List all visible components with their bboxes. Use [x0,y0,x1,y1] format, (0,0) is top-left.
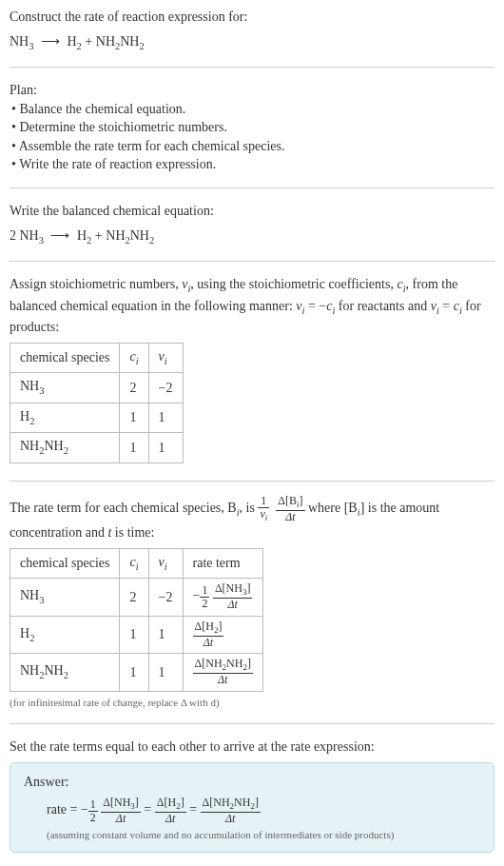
table-row: NH3 2 −2 [10,373,184,403]
plan-bullet-1: • Balance the chemical equation. [11,100,494,119]
cell-nui: 1 [148,403,183,432]
cell-rateterm: −12 Δ[NH3]Δt [183,579,262,616]
answer-label: Answer: [24,773,480,792]
answer-note: (assuming constant volume and no accumul… [47,828,480,842]
cell-rateterm: Δ[H2]Δt [183,616,262,653]
cell-nui: −2 [148,579,183,616]
cell-nui: 1 [148,433,183,463]
plan-section: Plan: • Balance the chemical equation. •… [10,81,494,188]
cell-ci: 1 [120,433,148,463]
rateterm-text: The rate term for each chemical species,… [10,495,494,542]
table-row: NH2NH2 1 1 Δ[NH2NH2]Δt [10,654,263,691]
cell-species: H2 [10,616,120,653]
product-h2: H2 [77,228,91,243]
infinitesimal-note: (for infinitesimal rate of change, repla… [10,696,494,710]
cell-species: NH2NH2 [10,654,120,691]
col-ci: ci [120,343,148,372]
cell-nui: 1 [148,616,183,653]
cell-rateterm: Δ[NH2NH2]Δt [183,654,262,691]
coef-2: 2 [10,228,20,243]
cell-ci: 2 [120,579,148,616]
cell-ci: 1 [120,654,148,691]
construct-equation: NH3 ⟶ H2 + NH2NH2 [10,32,494,53]
cell-species: NH3 [10,579,120,616]
balanced-equation: 2 NH3 ⟶ H2 + NH2NH2 [10,226,494,247]
product-h2: H2 [67,34,81,49]
fraction-1-over-nui: 1 νi [258,495,269,523]
table-header-row: chemical species ci νi rate term [10,548,263,578]
balanced-section: Write the balanced chemical equation: 2 … [10,202,494,262]
table-row: H2 1 1 [10,403,184,432]
table-row: H2 1 1 Δ[H2]Δt [10,616,263,653]
construct-prompt: Construct the rate of reaction expressio… [10,8,494,27]
cell-species: NH3 [10,373,120,403]
final-section: Set the rate terms equal to each other t… [10,738,494,853]
reactant-nh3: NH3 [10,34,33,49]
plus-text: + [91,228,106,243]
cell-nui: 1 [148,654,183,691]
balanced-prompt: Write the balanced chemical equation: [10,202,494,221]
assign-section: Assign stoichiometric numbers, νi, using… [10,275,494,482]
table-row: NH3 2 −2 −12 Δ[NH3]Δt [10,579,263,616]
col-nui: νi [148,548,183,578]
reactant-nh3: NH3 [20,228,44,243]
plan-bullet-4: • Write the rate of reaction expression. [11,155,494,174]
answer-box: Answer: rate = −12 Δ[NH3]Δt = Δ[H2]Δt = … [10,762,494,853]
arrow-icon: ⟶ [41,32,60,51]
table-row: NH2NH2 1 1 [10,433,184,463]
col-ci: ci [120,548,148,578]
col-nui: νi [148,343,183,372]
product-nh2nh2: NH2NH2 [106,228,154,243]
cell-ci: 1 [120,403,148,432]
cell-ci: 1 [120,616,148,653]
rateterm-section: The rate term for each chemical species,… [10,495,494,724]
assign-text: Assign stoichiometric numbers, νi, using… [10,275,494,337]
cell-species: NH2NH2 [10,433,120,463]
cell-ci: 2 [120,373,148,403]
table-header-row: chemical species ci νi [10,343,184,372]
cell-species: H2 [10,403,120,432]
col-species: chemical species [10,548,120,578]
plan-bullet-2: • Determine the stoichiometric numbers. [11,118,494,137]
final-prompt: Set the rate terms equal to each other t… [10,738,494,757]
stoich-table: chemical species ci νi NH3 2 −2 H2 1 1 N… [10,343,184,463]
arrow-icon: ⟶ [50,226,69,246]
cell-nui: −2 [148,373,183,403]
plus-text: + [82,34,96,49]
construct-section: Construct the rate of reaction expressio… [10,8,494,68]
col-rateterm: rate term [183,548,262,578]
rateterm-table: chemical species ci νi rate term NH3 2 −… [10,548,263,692]
col-species: chemical species [10,343,120,372]
plan-bullet-3: • Assemble the rate term for each chemic… [11,137,494,156]
product-nh2nh2: NH2NH2 [96,34,145,49]
plan-title: Plan: [10,81,494,100]
fraction-dbi-dt: Δ[Bi] Δt [276,495,304,523]
rate-label: rate = [47,803,81,817]
answer-expression: rate = −12 Δ[NH3]Δt = Δ[H2]Δt = Δ[NH2NH2… [47,797,480,825]
